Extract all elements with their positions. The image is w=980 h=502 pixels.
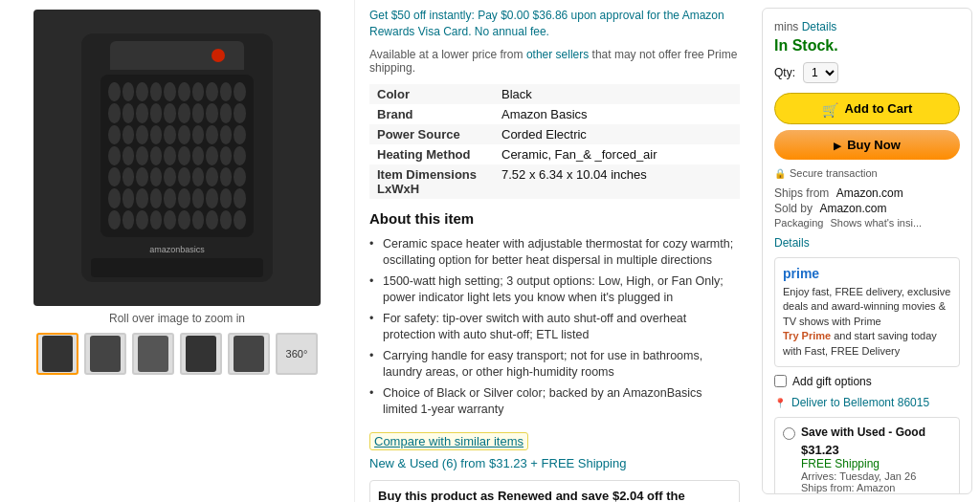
spec-value-color: Black <box>494 84 740 104</box>
thumbnail-4[interactable] <box>180 333 222 375</box>
prime-logo: prime <box>783 266 951 281</box>
qty-label: Qty: <box>774 66 795 79</box>
cart-icon <box>822 102 839 116</box>
thumbnail-360[interactable]: 360° <box>276 333 318 375</box>
deliver-row[interactable]: Deliver to Bellemont 86015 <box>774 396 960 409</box>
left-panel: amazonbasics Roll over image to zoom in … <box>0 0 354 502</box>
spec-label-power: Power Source <box>369 124 494 144</box>
save-info: Save with Used - Good $31.23 FREE Shippi… <box>801 426 936 494</box>
bullet-5: Choice of Black or Silver color; backed … <box>369 383 740 421</box>
new-used-link[interactable]: New & Used (6) from $31.23 + FREE Shippi… <box>369 456 626 470</box>
save-sold-by: Sold by: Amazon Warehouse <box>801 493 936 494</box>
details-link-top[interactable]: Details <box>802 20 837 33</box>
save-radio[interactable] <box>783 427 795 440</box>
middle-panel: Get $50 off instantly: Pay $0.00 $36.86 … <box>354 0 754 502</box>
details-section-link[interactable]: Details <box>774 236 960 250</box>
save-arrives: Arrives: Tuesday, Jan 26 <box>801 470 936 482</box>
gift-checkbox[interactable] <box>774 375 787 387</box>
add-to-cart-button[interactable]: Add to Cart <box>774 93 960 124</box>
save-box: Save with Used - Good $31.23 FREE Shippi… <box>774 417 960 494</box>
feature-bullets: Ceramic space heater with adjustable the… <box>369 234 740 421</box>
spec-row-dimensions: Item Dimensions LxWxH 7.52 x 6.34 x 10.0… <box>369 164 740 199</box>
bullet-3: For safety: tip-over switch with auto sh… <box>369 309 740 346</box>
spec-label-dimensions: Item Dimensions LxWxH <box>369 164 494 199</box>
spec-label-color: Color <box>369 84 494 104</box>
gift-label: Add gift options <box>792 375 872 388</box>
sold-by-row: Sold by Amazon.com <box>774 202 960 215</box>
buy-box: mins Details In Stock. Qty: 1 2 3 4 5 Ad… <box>762 8 972 494</box>
spec-value-heating: Ceramic, Fan_& _forced_air <box>494 144 740 164</box>
lower-price-text: Available at a lower price from other se… <box>369 48 740 75</box>
spec-label-brand: Brand <box>369 104 494 124</box>
heater-button-detail <box>212 49 225 62</box>
new-used-text: New & Used (6) from $31.23 + FREE Shippi… <box>369 456 740 470</box>
bullet-1: Ceramic space heater with adjustable the… <box>369 234 740 272</box>
specs-table: Color Black Brand Amazon Basics Power So… <box>369 84 740 199</box>
spec-label-heating: Heating Method <box>369 144 494 164</box>
prime-box: prime Enjoy fast, FREE delivery, exclusi… <box>774 257 960 367</box>
bullet-4: Carrying handle for easy transport; not … <box>369 346 740 383</box>
ships-from-row: Ships from Amazon.com <box>774 186 960 200</box>
buy-now-button[interactable]: Buy Now <box>774 130 960 160</box>
zoom-text: Roll over image to zoom in <box>109 312 245 325</box>
spec-row-brand: Brand Amazon Basics <box>369 104 740 124</box>
thumbnail-5[interactable] <box>228 333 270 375</box>
spec-value-dimensions: 7.52 x 6.34 x 10.04 inches <box>494 164 740 199</box>
renewed-box: Buy this product as Renewed and save $2.… <box>369 480 740 502</box>
prime-text: Enjoy fast, FREE delivery, exclusive dea… <box>783 285 951 359</box>
save-radio-row: Save with Used - Good $31.23 FREE Shippi… <box>783 426 951 494</box>
spec-row-heating: Heating Method Ceramic, Fan_& _forced_ai… <box>369 144 740 164</box>
renewed-title: Buy this product as Renewed and save $2.… <box>378 489 731 502</box>
save-price: $31.23 <box>801 443 936 457</box>
thumbnail-1[interactable] <box>36 333 78 375</box>
heater-brand-logo: amazonbasics <box>149 245 205 254</box>
save-ships-from: Ships from: Amazon <box>801 482 936 493</box>
compare-link[interactable]: Compare with similar items <box>369 432 528 450</box>
in-stock-label: In Stock. <box>774 37 960 55</box>
thumbnail-strip: 360° <box>36 333 318 375</box>
delivery-info: mins Details <box>774 20 960 33</box>
bullet-2: 1500-watt high setting; 3 output options… <box>369 272 740 309</box>
heater-base <box>91 258 263 277</box>
spec-row-power: Power Source Corded Electric <box>369 124 740 144</box>
quantity-row: Qty: 1 2 3 4 5 <box>774 62 960 83</box>
gift-option: Add gift options <box>774 375 960 388</box>
heater-grill <box>100 75 254 237</box>
spec-row-color: Color Black <box>369 84 740 104</box>
promo-text: Get $50 off instantly: Pay $0.00 $36.86 … <box>369 8 740 40</box>
buy-now-icon <box>834 138 841 152</box>
location-icon <box>774 396 786 409</box>
about-title: About this item <box>369 210 740 227</box>
lock-icon <box>774 167 786 179</box>
packaging-row: Packaging Shows what's insi... <box>774 217 960 229</box>
secure-transaction: Secure transaction <box>774 167 960 179</box>
save-shipping: FREE Shipping <box>801 457 936 470</box>
try-prime-link[interactable]: Try Prime <box>783 330 831 341</box>
spec-value-power: Corded Electric <box>494 124 740 144</box>
thumbnail-3[interactable] <box>132 333 174 375</box>
spec-value-brand: Amazon Basics <box>494 104 740 124</box>
thumbnail-2[interactable] <box>84 333 126 375</box>
other-sellers-link[interactable]: other sellers <box>526 48 589 61</box>
quantity-select[interactable]: 1 2 3 4 5 <box>803 62 838 83</box>
save-title: Save with Used - Good <box>801 426 936 439</box>
product-main-image[interactable]: amazonbasics <box>33 10 321 306</box>
